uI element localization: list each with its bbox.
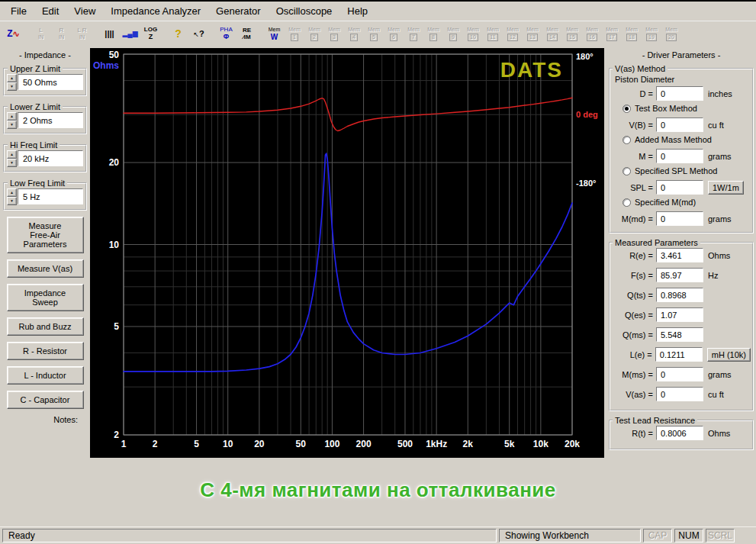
context-help-button[interactable]: ↖? xyxy=(188,24,209,45)
test-box-method-label: Test Box Method xyxy=(635,104,697,113)
qts-input[interactable]: 0.8968 xyxy=(656,288,703,302)
measure-vas-button[interactable]: Measure V(as) xyxy=(7,259,84,278)
mem-5-button: Mem5 xyxy=(364,24,384,45)
mem-12-button: Mem12 xyxy=(503,24,523,45)
memory-icon: Mem xyxy=(288,27,301,33)
menu-bar: FileEditViewImpedance AnalyzerGeneratorO… xyxy=(0,2,756,21)
added-mass-method-radio[interactable]: Added Mass Method xyxy=(622,135,751,144)
le-row: L(e) =0.1211mH (10k) xyxy=(612,347,751,362)
lower-z-limit-value[interactable]: 2 Ohms xyxy=(18,112,83,128)
memory-icon: Mem xyxy=(447,27,459,33)
low-freq-limit-up-button[interactable]: ▲ xyxy=(7,188,17,197)
left-in-button-label-1: IN xyxy=(38,34,43,40)
memory-icon: Mem xyxy=(348,27,360,33)
help-button[interactable]: ? xyxy=(168,24,188,45)
menu-edit[interactable]: Edit xyxy=(34,2,66,20)
le-input[interactable]: 0.1211 xyxy=(655,347,703,362)
memory-number: 7 xyxy=(410,34,417,41)
key-indicator-scrl: SCRL xyxy=(706,529,735,542)
vas-input[interactable]: 0 xyxy=(656,387,703,401)
low-freq-limit-down-button[interactable]: ▼ xyxy=(7,197,17,205)
spl-unit-button[interactable]: 1W/1m xyxy=(708,181,744,195)
key-indicators: CAPNUMSCRL xyxy=(643,529,737,542)
l-inductor-button[interactable]: L - Inductor xyxy=(7,366,84,385)
mmd-input[interactable]: 0 xyxy=(656,211,703,226)
test-lead-legend: Test Lead Resistance xyxy=(613,416,697,425)
rt-unit: Ohms xyxy=(708,429,730,438)
piston-diameter-label: Piston Diameter xyxy=(615,75,751,84)
menu-generator[interactable]: Generator xyxy=(208,2,269,20)
rub-and-buzz-button[interactable]: Rub and Buzz xyxy=(7,317,84,336)
arrow-up-icon: ▲ xyxy=(10,76,14,80)
piston-diameter-input[interactable]: 0 xyxy=(656,86,703,101)
impulse-bars-button[interactable]: |||| xyxy=(99,24,120,45)
rt-label: R(t) = xyxy=(612,429,656,438)
re-im-button[interactable]: RE⁄IM xyxy=(236,24,257,45)
low-freq-limit-value[interactable]: 5 Hz xyxy=(18,188,83,204)
spl-row: SPL =01W/1m xyxy=(612,180,751,195)
memory-number: 16 xyxy=(587,34,597,41)
re-unit: Ohms xyxy=(708,251,730,260)
memory-icon: Mem xyxy=(566,27,578,33)
le-label: L(e) = xyxy=(612,350,655,359)
menu-impedance-analyzer[interactable]: Impedance Analyzer xyxy=(103,2,208,20)
spl-input[interactable]: 0 xyxy=(656,180,703,195)
menu-help[interactable]: Help xyxy=(339,2,375,20)
arrow-down-icon: ▼ xyxy=(10,160,14,165)
impedance-curve xyxy=(124,153,572,372)
memory-icon: Mem xyxy=(308,27,320,33)
rt-input[interactable]: 0.8006 xyxy=(656,426,703,440)
mem-w-button[interactable]: MemW xyxy=(264,24,285,45)
bar-graph-button[interactable]: ▂▄▆ xyxy=(120,24,140,45)
hi-freq-limit-value[interactable]: 20 kHz xyxy=(18,150,83,166)
measure-free-air-button[interactable]: Measure Free-Air Parameters xyxy=(7,217,84,253)
impedance-panel: - Impedance - Upper Z Limit▲▼50 OhmsLowe… xyxy=(0,48,90,526)
menu-view[interactable]: View xyxy=(66,2,103,20)
lower-z-limit-label: Lower Z Limit xyxy=(8,102,63,111)
phase-button[interactable]: PHAΦ xyxy=(216,24,236,45)
test-box-method-radio[interactable]: Test Box Method xyxy=(622,104,751,113)
key-indicator-num: NUM xyxy=(674,529,703,542)
upper-z-limit-down-button[interactable]: ▼ xyxy=(7,82,17,91)
x-tick-label: 2k xyxy=(463,439,474,449)
upper-z-limit-up-button[interactable]: ▲ xyxy=(7,74,17,82)
added-mass-input[interactable]: 0 xyxy=(656,149,703,163)
c-capacitor-button[interactable]: C - Capacitor xyxy=(7,391,84,409)
fs-input[interactable]: 85.97 xyxy=(656,268,703,282)
qms-input[interactable]: 5.548 xyxy=(656,327,703,342)
test-lead-resistance-group: Test Lead Resistance R(t) =0.8006Ohms xyxy=(609,416,754,450)
qes-input[interactable]: 1.07 xyxy=(656,307,703,322)
le-unit-button[interactable]: mH (10k) xyxy=(707,348,751,362)
lower-z-limit-up-button[interactable]: ▲ xyxy=(7,112,17,121)
hi-freq-limit-group: Hi Freq Limit▲▼20 kHz xyxy=(3,140,87,172)
mem-4-button: Mem4 xyxy=(344,24,364,45)
log-z-button[interactable]: LOGZ xyxy=(140,24,161,45)
impedance-sweep-button[interactable]: Impedance Sweep xyxy=(7,284,84,311)
impedance-z-button[interactable]: Z∿ xyxy=(3,24,24,45)
right-in-button: RIN xyxy=(51,24,72,45)
low-freq-limit-label: Low Freq Limit xyxy=(8,179,67,188)
y-tick-label: 5 xyxy=(114,321,119,332)
upper-z-limit-value[interactable]: 50 Ohms xyxy=(18,74,83,90)
mem-14-button: Mem14 xyxy=(542,24,562,45)
radio-icon xyxy=(622,105,631,113)
lower-z-limit-down-button[interactable]: ▼ xyxy=(7,121,17,129)
box-volume-input[interactable]: 0 xyxy=(656,117,703,132)
menu-oscilloscope[interactable]: Oscilloscope xyxy=(269,2,340,20)
mms-input[interactable]: 0 xyxy=(656,367,703,381)
phase-top-label: 180° xyxy=(576,52,594,61)
mmd-unit: grams xyxy=(708,214,732,224)
specified-mmd-method-radio[interactable]: Specified M(md) xyxy=(622,198,751,207)
mem-15-button: Mem15 xyxy=(562,24,582,45)
r-resistor-button[interactable]: R - Resistor xyxy=(7,342,84,360)
hi-freq-limit-down-button[interactable]: ▼ xyxy=(7,159,17,167)
mem-17-button: Mem17 xyxy=(602,24,622,45)
menu-file[interactable]: File xyxy=(3,2,34,20)
specified-spl-method-radio[interactable]: Specified SPL Method xyxy=(622,166,751,175)
x-tick-label: 100 xyxy=(324,439,339,449)
memory-icon: Mem xyxy=(665,27,677,33)
low-freq-limit-spinner: ▲▼ xyxy=(7,188,17,205)
piston-diameter-unit: inches xyxy=(708,89,732,98)
hi-freq-limit-up-button[interactable]: ▲ xyxy=(7,150,17,159)
re-input[interactable]: 3.461 xyxy=(656,248,703,262)
